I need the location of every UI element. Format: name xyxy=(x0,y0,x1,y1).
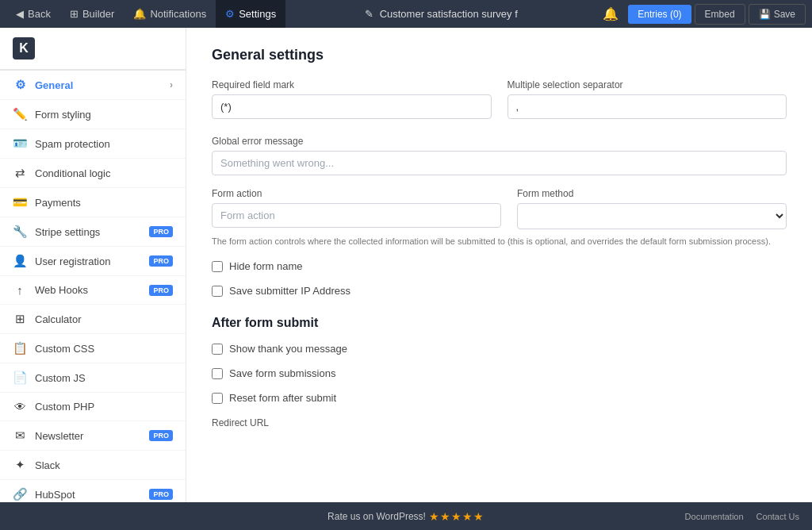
save-submitter-ip-row: Save submitter IP Address xyxy=(212,285,787,297)
form-title-area: ✎ Customer satisfaction survey f xyxy=(285,8,596,20)
sidebar-hubspot-label: HubSpot xyxy=(35,489,138,501)
webhooks-icon: ↑ xyxy=(13,283,27,297)
entries-button[interactable]: Entries (0) xyxy=(628,5,691,24)
back-button[interactable]: ◀ Back xyxy=(6,0,60,28)
redirect-url-label: Redirect URL xyxy=(212,417,269,428)
sidebar-item-stripe-settings[interactable]: 🔧 Stripe settings PRO xyxy=(0,217,186,247)
sidebar-custom-css-label: Custom CSS xyxy=(35,343,173,355)
global-error-message-label: Global error message xyxy=(212,136,303,147)
save-button[interactable]: 💾 Save xyxy=(749,4,806,25)
newsletter-icon: ✉ xyxy=(13,428,27,443)
pro-badge-webhooks: PRO xyxy=(149,285,173,296)
form-method-select[interactable]: GET POST xyxy=(517,203,787,229)
embed-button[interactable]: Embed xyxy=(695,4,745,25)
rate-us-text: Rate us on WordPress! ★★★★★ xyxy=(327,510,485,523)
bell-icon[interactable]: 🔔 xyxy=(596,6,625,21)
save-form-submissions-checkbox[interactable] xyxy=(212,368,223,379)
form-action-input[interactable] xyxy=(212,203,501,228)
save-form-submissions-label: Save form submissions xyxy=(229,367,335,379)
main-layout: K ⚙ General › ✏️ Form styling 🪪 Spam pro… xyxy=(0,28,812,502)
sidebar-form-styling-label: Form styling xyxy=(35,109,173,121)
hubspot-icon: 🔗 xyxy=(13,487,27,501)
show-thank-you-row: Show thank you message xyxy=(212,343,787,355)
spam-protection-icon: 🪪 xyxy=(13,136,27,151)
save-submitter-ip-checkbox[interactable] xyxy=(212,286,223,297)
sidebar-slack-label: Slack xyxy=(35,459,173,471)
form-method-label: Form method xyxy=(517,188,787,199)
notifications-tab[interactable]: 🔔 Notifications xyxy=(124,0,216,28)
general-icon: ⚙ xyxy=(13,78,27,92)
pro-badge-user-reg: PRO xyxy=(149,255,173,267)
hide-form-name-row: Hide form name xyxy=(212,260,787,272)
page-title: General settings xyxy=(212,47,787,63)
sidebar-item-general[interactable]: ⚙ General › xyxy=(0,71,186,100)
sidebar-item-custom-php[interactable]: 👁 Custom PHP xyxy=(0,393,186,421)
top-fields-grid: Required field mark Multiple selection s… xyxy=(212,79,787,119)
builder-tab[interactable]: ⊞ Builder xyxy=(60,0,124,28)
after-form-submit-title: After form submit xyxy=(212,316,787,330)
bottom-bar: Rate us on WordPress! ★★★★★ Documentatio… xyxy=(0,502,812,530)
pro-badge-stripe: PRO xyxy=(149,226,173,237)
show-thank-you-checkbox[interactable] xyxy=(212,344,223,355)
stripe-icon: 🔧 xyxy=(13,225,27,239)
sidebar-custom-php-label: Custom PHP xyxy=(35,401,173,413)
user-registration-icon: 👤 xyxy=(13,254,27,268)
sidebar-item-payments[interactable]: 💳 Payments xyxy=(0,188,186,217)
reset-form-label: Reset form after submit xyxy=(229,392,336,404)
sidebar-user-reg-label: User registration xyxy=(35,255,138,267)
required-field-mark-input[interactable] xyxy=(212,94,492,119)
form-styling-icon: ✏️ xyxy=(13,107,27,121)
sidebar-item-form-styling[interactable]: ✏️ Form styling xyxy=(0,100,186,129)
sidebar-general-label: General xyxy=(35,79,162,91)
save-icon: 💾 xyxy=(759,9,771,20)
sidebar-item-spam-protection[interactable]: 🪪 Spam protection xyxy=(0,129,186,159)
top-nav-actions: 🔔 Entries (0) Embed 💾 Save xyxy=(596,4,806,25)
payments-icon: 💳 xyxy=(13,195,27,209)
hide-form-name-checkbox[interactable] xyxy=(212,261,223,272)
save-submitter-ip-label: Save submitter IP Address xyxy=(229,285,350,297)
custom-js-icon: 📄 xyxy=(13,371,27,385)
slack-icon: ✦ xyxy=(13,458,27,472)
sidebar-item-slack[interactable]: ✦ Slack xyxy=(0,451,186,480)
k-logo: K xyxy=(13,37,35,60)
multiple-selection-separator-label: Multiple selection separator xyxy=(508,79,787,90)
form-action-hint: The form action controls where the colle… xyxy=(212,236,787,248)
reset-form-checkbox[interactable] xyxy=(212,393,223,404)
conditional-logic-icon: ⇄ xyxy=(13,166,27,180)
sidebar-item-hubspot[interactable]: 🔗 HubSpot PRO xyxy=(0,480,186,502)
redirect-url-group: Redirect URL xyxy=(212,417,787,428)
star-rating[interactable]: ★★★★★ xyxy=(429,510,485,523)
global-error-message-input[interactable] xyxy=(212,151,787,175)
form-action-group: Form action xyxy=(212,188,501,229)
sidebar-item-newsletter[interactable]: ✉ Newsletter PRO xyxy=(0,421,186,451)
sidebar-item-webhooks[interactable]: ↑ Web Hooks PRO xyxy=(0,276,186,305)
global-error-message-group: Global error message xyxy=(212,135,787,175)
save-form-submissions-row: Save form submissions xyxy=(212,367,787,379)
form-action-method-group: Form action Form method GET POST xyxy=(212,188,787,229)
builder-icon: ⊞ xyxy=(70,8,79,20)
sidebar-stripe-label: Stripe settings xyxy=(35,226,138,238)
required-field-mark-group: Required field mark xyxy=(212,79,492,119)
sidebar-spam-label: Spam protection xyxy=(35,138,173,150)
multiple-selection-separator-input[interactable] xyxy=(508,94,787,119)
multiple-selection-separator-group: Multiple selection separator xyxy=(508,79,787,119)
custom-css-icon: 📋 xyxy=(13,341,27,355)
sidebar-payments-label: Payments xyxy=(35,197,173,209)
sidebar-item-custom-js[interactable]: 📄 Custom JS xyxy=(0,363,186,393)
reset-form-row: Reset form after submit xyxy=(212,392,787,404)
notifications-icon: 🔔 xyxy=(133,8,146,20)
sidebar-item-custom-css[interactable]: 📋 Custom CSS xyxy=(0,334,186,363)
edit-icon: ✎ xyxy=(365,8,373,20)
content-area: General settings Required field mark Mul… xyxy=(186,28,812,502)
sidebar-item-conditional-logic[interactable]: ⇄ Conditional logic xyxy=(0,159,186,188)
settings-tab[interactable]: ⚙ Settings xyxy=(216,0,285,28)
documentation-link[interactable]: Documentation xyxy=(685,512,744,521)
pro-badge-newsletter: PRO xyxy=(149,430,173,441)
contact-us-link[interactable]: Contact Us xyxy=(756,512,799,521)
hide-form-name-label: Hide form name xyxy=(229,260,302,272)
sidebar: K ⚙ General › ✏️ Form styling 🪪 Spam pro… xyxy=(0,28,186,502)
form-action-label: Form action xyxy=(212,188,501,199)
sidebar-item-user-registration[interactable]: 👤 User registration PRO xyxy=(0,247,186,276)
sidebar-item-calculator[interactable]: ⊞ Calculator xyxy=(0,305,186,334)
sidebar-conditional-label: Conditional logic xyxy=(35,167,173,179)
